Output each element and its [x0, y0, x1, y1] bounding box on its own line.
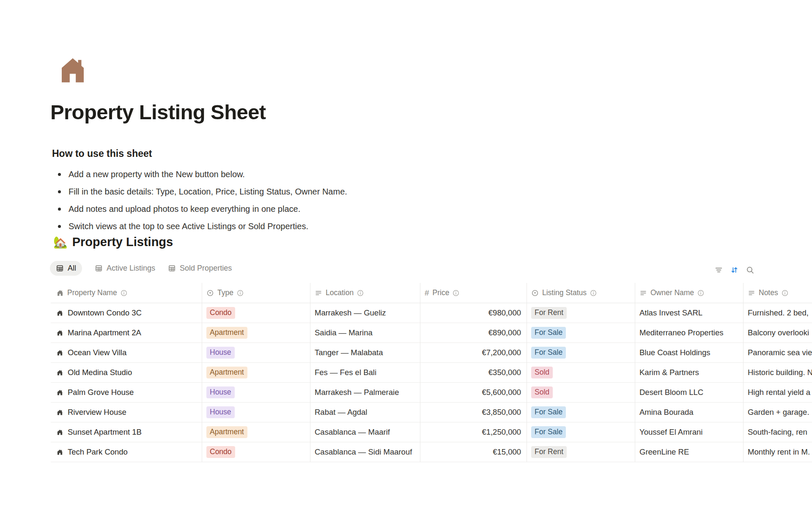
- status-cell[interactable]: Sold: [527, 363, 635, 383]
- page-title: Property Listing Sheet: [50, 100, 266, 124]
- info-icon[interactable]: [782, 290, 788, 296]
- column-header-price[interactable]: # Price: [420, 283, 527, 303]
- house-icon: [56, 449, 63, 456]
- table-row[interactable]: Marina Apartment 2AApartmentSaidia — Mar…: [51, 323, 812, 343]
- property-name-cell[interactable]: Marina Apartment 2A: [51, 323, 202, 343]
- notes-cell[interactable]: Furnished. 2 bed,: [743, 303, 812, 323]
- table-row[interactable]: Sunset Apartment 1BApartmentCasablanca —…: [51, 422, 812, 442]
- owner-cell[interactable]: Karim & Partners: [635, 363, 743, 383]
- status-badge: For Sale: [531, 327, 566, 338]
- view-tab-sold-properties[interactable]: Sold Properties: [168, 261, 232, 276]
- price-cell[interactable]: €890,000: [420, 323, 527, 343]
- info-icon[interactable]: [590, 290, 597, 296]
- notes-cell[interactable]: Panoramic sea vie: [743, 343, 812, 363]
- info-icon[interactable]: [453, 290, 459, 296]
- bullet-item: Add notes and upload photos to keep ever…: [54, 200, 347, 218]
- owner-cell[interactable]: Desert Bloom LLC: [635, 383, 743, 403]
- column-header-notes[interactable]: Notes: [743, 283, 812, 303]
- location-cell[interactable]: Fes — Fes el Bali: [310, 363, 420, 383]
- notes-cell[interactable]: Balcony overlooki: [743, 323, 812, 343]
- location-cell[interactable]: Casablanca — Sidi Maarouf: [310, 442, 420, 462]
- status-cell[interactable]: For Rent: [527, 442, 635, 462]
- type-cell[interactable]: Apartment: [202, 363, 310, 383]
- page-house-icon[interactable]: [56, 54, 89, 87]
- location-cell[interactable]: Casablanca — Maarif: [310, 422, 420, 442]
- owner-cell[interactable]: Atlas Invest SARL: [635, 303, 743, 323]
- property-name-cell[interactable]: Old Medina Studio: [51, 363, 202, 383]
- column-header-location[interactable]: Location: [310, 283, 420, 303]
- type-cell[interactable]: Apartment: [202, 323, 310, 343]
- status-cell[interactable]: For Sale: [527, 323, 635, 343]
- owner-cell[interactable]: Blue Coast Holdings: [635, 343, 743, 363]
- property-name-cell[interactable]: Downtown Condo 3C: [51, 303, 202, 323]
- status-cell[interactable]: For Sale: [527, 343, 635, 363]
- column-header-owner-name[interactable]: Owner Name: [635, 283, 743, 303]
- type-cell[interactable]: House: [202, 383, 310, 403]
- view-tab-all[interactable]: All: [50, 261, 82, 276]
- status-cell[interactable]: For Sale: [527, 403, 635, 422]
- howto-heading: How to use this sheet: [52, 148, 152, 159]
- location-cell[interactable]: Marrakesh — Palmeraie: [310, 383, 420, 403]
- owner-cell[interactable]: Amina Bourada: [635, 403, 743, 422]
- location-cell[interactable]: Marrakesh — Gueliz: [310, 303, 420, 323]
- notes-cell[interactable]: High rental yield a: [743, 383, 812, 403]
- table-row[interactable]: Riverview HouseHouseRabat — Agdal€3,850,…: [51, 403, 812, 422]
- owner-cell[interactable]: Mediterraneo Properties: [635, 323, 743, 343]
- location-cell[interactable]: Tanger — Malabata: [310, 343, 420, 363]
- view-tab-active-listings[interactable]: Active Listings: [95, 261, 155, 276]
- type-badge: Apartment: [206, 327, 247, 338]
- price-cell[interactable]: €350,000: [420, 363, 527, 383]
- database-section-title: 🏡 Property Listings: [53, 235, 173, 249]
- status-cell[interactable]: Sold: [527, 383, 635, 403]
- info-icon[interactable]: [357, 290, 364, 296]
- column-header-property-name[interactable]: Property Name: [51, 283, 202, 303]
- property-name-cell[interactable]: Sunset Apartment 1B: [51, 422, 202, 442]
- owner-cell[interactable]: GreenLine RE: [635, 442, 743, 462]
- table-row[interactable]: Downtown Condo 3CCondoMarrakesh — Gueliz…: [51, 303, 812, 323]
- owner-cell[interactable]: Youssef El Amrani: [635, 422, 743, 442]
- notes-cell[interactable]: Garden + garage.: [743, 403, 812, 422]
- type-cell[interactable]: House: [202, 403, 310, 422]
- price-cell[interactable]: €980,000: [420, 303, 527, 323]
- notes-cell[interactable]: Monthly rent in M.: [743, 442, 812, 462]
- house-icon: [56, 310, 63, 317]
- table-row[interactable]: Old Medina StudioApartmentFes — Fes el B…: [51, 363, 812, 383]
- property-name-cell[interactable]: Riverview House: [51, 403, 202, 422]
- sort-icon[interactable]: [730, 265, 739, 274]
- notes-cell[interactable]: South-facing, ren: [743, 422, 812, 442]
- price-cell[interactable]: €5,600,000: [420, 383, 527, 403]
- location-cell[interactable]: Saidia — Marina: [310, 323, 420, 343]
- property-name-cell[interactable]: Ocean View Villa: [51, 343, 202, 363]
- search-icon[interactable]: [745, 265, 754, 274]
- type-badge: Condo: [206, 446, 235, 458]
- type-cell[interactable]: Condo: [202, 442, 310, 462]
- price-cell[interactable]: €15,000: [420, 442, 527, 462]
- type-cell[interactable]: House: [202, 343, 310, 363]
- filter-icon[interactable]: [714, 265, 723, 274]
- location-cell[interactable]: Rabat — Agdal: [310, 403, 420, 422]
- house-icon: [56, 349, 63, 356]
- status-badge: For Rent: [531, 307, 567, 318]
- price-cell[interactable]: €7,200,000: [420, 343, 527, 363]
- price-cell[interactable]: €1,250,000: [420, 422, 527, 442]
- type-cell[interactable]: Apartment: [202, 422, 310, 442]
- table-view-icon: [95, 264, 103, 272]
- property-name-cell[interactable]: Palm Grove House: [51, 383, 202, 403]
- table-row[interactable]: Palm Grove HouseHouseMarrakesh — Palmera…: [51, 383, 812, 403]
- info-icon[interactable]: [697, 290, 704, 296]
- price-cell[interactable]: €3,850,000: [420, 403, 527, 422]
- notes-cell[interactable]: Historic building. N: [743, 363, 812, 383]
- column-header-listing-status[interactable]: Listing Status: [527, 283, 635, 303]
- property-name-cell[interactable]: Tech Park Condo: [51, 442, 202, 462]
- table-view-icon: [168, 264, 176, 272]
- type-cell[interactable]: Condo: [202, 303, 310, 323]
- table-row[interactable]: Tech Park CondoCondoCasablanca — Sidi Ma…: [51, 442, 812, 462]
- table-row[interactable]: Ocean View VillaHouseTanger — Malabata€7…: [51, 343, 812, 363]
- info-icon[interactable]: [121, 290, 127, 296]
- status-cell[interactable]: For Sale: [527, 422, 635, 442]
- info-icon[interactable]: [237, 290, 244, 296]
- house-icon: [56, 369, 63, 376]
- status-badge: Sold: [531, 367, 553, 378]
- column-header-type[interactable]: Type: [202, 283, 310, 303]
- status-cell[interactable]: For Rent: [527, 303, 635, 323]
